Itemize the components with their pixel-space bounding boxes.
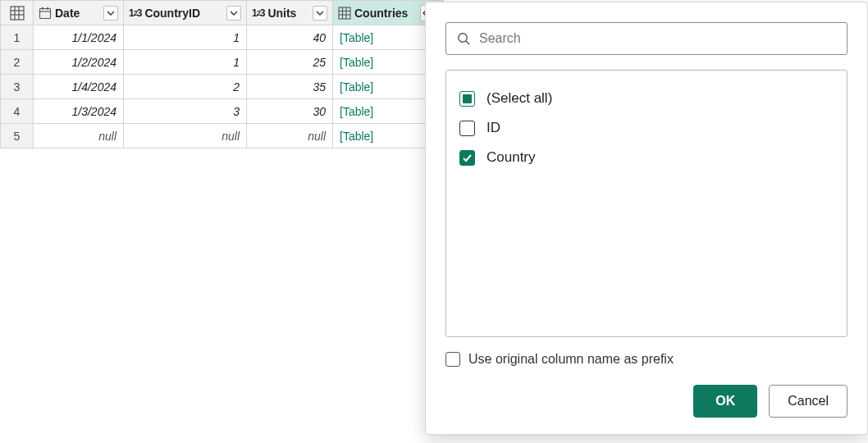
- column-label: Units: [267, 7, 309, 20]
- cell-date[interactable]: 1/3/2024: [34, 99, 124, 124]
- table-row[interactable]: 21/2/2024125[Table]: [1, 50, 444, 75]
- svg-rect-5: [40, 8, 51, 18]
- svg-line-17: [466, 41, 469, 44]
- cell-date[interactable]: 1/4/2024: [34, 75, 124, 99]
- option-country[interactable]: Country: [458, 143, 835, 172]
- row-number[interactable]: 5: [1, 124, 34, 148]
- checkbox-checked-icon[interactable]: [459, 150, 475, 166]
- cell-date[interactable]: null: [34, 124, 124, 148]
- checkbox-unchecked-icon[interactable]: [459, 121, 475, 136]
- search-field[interactable]: [445, 22, 847, 55]
- checkbox-indeterminate-icon[interactable]: [459, 91, 475, 107]
- option-select-all[interactable]: (Select all): [458, 84, 835, 113]
- cell-date[interactable]: 1/2/2024: [34, 50, 124, 75]
- svg-point-16: [459, 34, 467, 42]
- option-label: Country: [487, 149, 536, 166]
- cell-units[interactable]: null: [247, 124, 333, 148]
- option-label: (Select all): [487, 90, 552, 107]
- row-number[interactable]: 2: [1, 50, 34, 75]
- column-label: Countries: [354, 7, 417, 20]
- filter-dropdown-button[interactable]: [226, 6, 241, 21]
- ok-button[interactable]: OK: [693, 385, 757, 418]
- row-header-corner: [1, 1, 34, 25]
- number-type-icon: 123: [129, 7, 141, 19]
- svg-rect-7: [42, 7, 43, 9]
- cell-countryid[interactable]: 2: [124, 75, 247, 99]
- chevron-down-icon: [316, 9, 324, 17]
- cancel-button[interactable]: Cancel: [769, 385, 847, 418]
- table-type-icon: [338, 7, 351, 20]
- column-header-countryid[interactable]: 123 CountryID: [124, 1, 247, 25]
- row-number[interactable]: 4: [1, 99, 34, 124]
- table-row[interactable]: 31/4/2024235[Table]: [1, 75, 444, 99]
- chevron-down-icon: [107, 9, 115, 17]
- table-row[interactable]: 5nullnullnull[Table]: [1, 124, 444, 148]
- column-header-date[interactable]: Date: [34, 1, 124, 25]
- chevron-down-icon: [230, 9, 238, 17]
- cell-units[interactable]: 25: [247, 50, 333, 75]
- cell-countryid[interactable]: 3: [124, 99, 247, 124]
- filter-dropdown-button[interactable]: [103, 6, 118, 21]
- checkbox-unchecked-icon[interactable]: [445, 352, 460, 367]
- row-number[interactable]: 3: [1, 75, 34, 99]
- cell-countryid[interactable]: 1: [124, 50, 247, 75]
- dialog-button-bar: OK Cancel: [445, 385, 847, 418]
- table-row[interactable]: 11/1/2024140[Table]: [1, 25, 444, 50]
- cell-units[interactable]: 30: [247, 99, 333, 124]
- use-prefix-option[interactable]: Use original column name as prefix: [445, 352, 847, 367]
- row-number[interactable]: 1: [1, 25, 34, 50]
- svg-rect-8: [47, 7, 48, 9]
- option-id[interactable]: ID: [458, 113, 835, 143]
- prefix-label: Use original column name as prefix: [468, 352, 674, 367]
- option-label: ID: [487, 120, 500, 136]
- cell-countryid[interactable]: 1: [124, 25, 247, 50]
- svg-rect-0: [11, 7, 24, 20]
- search-icon: [456, 31, 471, 46]
- expand-column-popup: (Select all) ID Country Use original col…: [425, 2, 868, 435]
- date-type-icon: [39, 7, 52, 20]
- filter-dropdown-button[interactable]: [313, 6, 327, 21]
- data-grid: Date 123 CountryID 123 Uni: [0, 0, 444, 148]
- cell-units[interactable]: 40: [247, 25, 333, 50]
- search-input[interactable]: [479, 31, 837, 46]
- table-icon: [10, 6, 25, 21]
- cell-units[interactable]: 35: [247, 75, 333, 99]
- svg-rect-9: [339, 7, 350, 19]
- column-header-units[interactable]: 123 Units: [247, 1, 333, 25]
- column-options-list: (Select all) ID Country: [445, 70, 847, 337]
- cell-date[interactable]: 1/1/2024: [34, 25, 124, 50]
- number-type-icon: 123: [252, 7, 264, 19]
- column-label: Date: [55, 7, 100, 20]
- column-label: CountryID: [144, 7, 223, 20]
- cell-countryid[interactable]: null: [124, 124, 247, 148]
- table-row[interactable]: 41/3/2024330[Table]: [1, 99, 444, 124]
